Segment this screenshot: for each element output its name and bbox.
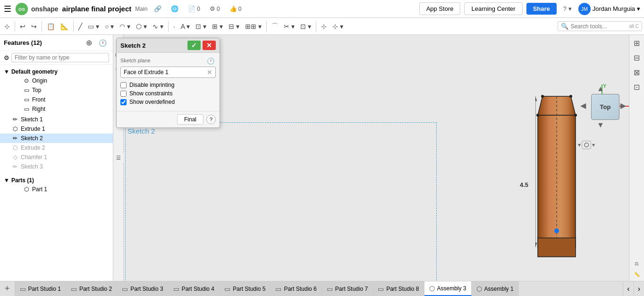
toolbar-separator-4 (168, 21, 169, 32)
add-tab-button[interactable]: + (0, 281, 15, 296)
like-counter-button[interactable]: 👍0 (227, 4, 245, 13)
fillet-tool-button[interactable]: ⌒ (269, 21, 280, 32)
convert-tool-button[interactable]: ⊡ ▾ (298, 21, 314, 32)
rt-button-3[interactable]: ⊠ (632, 66, 642, 79)
sketch3-item[interactable]: ✏ Sketch 3 (0, 162, 113, 171)
tab-assembly-3[interactable]: ⬡ Assembly 3 (424, 281, 472, 296)
rt-measure-button[interactable]: 📏 (632, 270, 642, 279)
top-plane-item[interactable]: ▭ Top (11, 85, 109, 95)
sketch-confirm-button[interactable]: ✓ (187, 41, 201, 50)
nav-shading-dropdown-button[interactable]: ▾ (592, 142, 595, 148)
disable-imprinting-checkbox[interactable] (120, 82, 127, 88)
share-button[interactable]: Share (526, 3, 557, 15)
circle-tool-button[interactable]: ○ ▾ (102, 21, 116, 32)
rt-button-1[interactable]: ⊞ (632, 37, 642, 50)
tab-part-studio-1[interactable]: ▭ Part Studio 1 (15, 281, 66, 296)
sketch-close-button[interactable]: ✕ (203, 41, 216, 50)
polygon-tool-button[interactable]: ⬡ ▾ (134, 21, 149, 32)
offset-tool-button[interactable]: ⊡ ▾ (193, 21, 209, 32)
measure-button[interactable]: 📐 (58, 21, 71, 32)
add-feature-button[interactable]: ⊕ (84, 37, 94, 49)
sketch2-item[interactable]: ✏ Sketch 2 (0, 134, 113, 143)
tab-part-studio-4[interactable]: ▭ Part Studio 4 (169, 281, 220, 296)
top-label: Top (32, 87, 41, 93)
filter-input[interactable] (11, 53, 109, 62)
doc-counter-button[interactable]: 📄0 (185, 4, 203, 13)
tab-part-studio-2[interactable]: ▭ Part Studio 2 (66, 281, 117, 296)
trim-tool-button[interactable]: ✂ ▾ (281, 21, 297, 32)
part-icon: ⬡ (23, 186, 30, 193)
learning-center-button[interactable]: Learning Center (464, 2, 522, 15)
chamfer1-item[interactable]: ◇ Chamfer 1 (0, 152, 113, 162)
parts-header[interactable]: ▼ Parts (1) (4, 176, 109, 185)
feature-history-button[interactable]: 🕐 (96, 38, 109, 48)
doc-count: 0 (197, 6, 200, 12)
line-tool-button[interactable]: ╱ (76, 21, 85, 32)
constraint-tool-button[interactable]: ⊹ (319, 21, 329, 32)
undo-button[interactable]: ↩ (17, 21, 28, 32)
transform-tool-button[interactable]: ⊞ ▾ (210, 21, 225, 32)
tab-part-studio-8[interactable]: ▭ Part Studio 8 (373, 281, 424, 296)
tab-prev-button[interactable]: ‹ (623, 281, 633, 296)
rt-units-button[interactable]: ⚖ (633, 259, 641, 268)
show-constraints-checkbox[interactable] (120, 91, 127, 97)
default-geometry-header[interactable]: ▼ Default geometry (4, 68, 109, 76)
tab-next-button[interactable]: › (634, 281, 644, 296)
right-panel-strip: ⊞ ⊟ ⊠ ⊡ ⚖ 📏 (629, 35, 644, 281)
user-menu[interactable]: JM Jordan Murguia ▾ (578, 3, 640, 15)
globe-button[interactable]: 🌐 (168, 4, 181, 13)
toolbar-separator-1 (15, 21, 15, 32)
nav-view-dropdown-button[interactable]: ▾ (578, 142, 581, 148)
pattern-tool-button[interactable]: ⊟ ▾ (226, 21, 242, 32)
toolbar-separator-5 (266, 21, 267, 32)
curve-tool-button[interactable]: ∿ ▾ (150, 21, 166, 32)
tab-part-studio-6[interactable]: ▭ Part Studio 6 (271, 281, 322, 296)
help-button[interactable]: ? ▾ (560, 4, 575, 13)
select-tool-button[interactable]: ⊹ (2, 21, 12, 32)
final-button[interactable]: Final (177, 114, 203, 125)
sketch-body: Sketch plane 🕐 Face of Extrude 1 ✕ Disab… (117, 53, 220, 111)
mirror-tool-button[interactable]: ⊞⊞ ▾ (243, 21, 264, 32)
front-plane-item[interactable]: ▭ Front (11, 95, 109, 104)
rt-button-2[interactable]: ⊟ (632, 51, 642, 64)
tab-assembly-1[interactable]: ⬡ Assembly 1 (472, 281, 519, 296)
nav-shading-button[interactable]: ⬡ (582, 141, 591, 149)
sketch-plane-clear-button[interactable]: ✕ (207, 68, 212, 76)
extrude2-item[interactable]: ⬡ Extrude 2 (0, 143, 113, 152)
tab-part-studio-5[interactable]: ▭ Part Studio 5 (220, 281, 271, 296)
text-tool-button[interactable]: A ▾ (178, 21, 192, 32)
nav-cube-right-button[interactable]: ▶ (620, 101, 626, 110)
history-button[interactable]: 📋 (44, 21, 57, 32)
tab-label-2: Part Studio 2 (79, 286, 112, 292)
right-plane-item[interactable]: ▭ Right (11, 104, 109, 114)
part-counter-button[interactable]: ⚙0 (207, 4, 223, 13)
hamburger-icon[interactable]: ☰ (4, 4, 11, 14)
sketch-clock-button[interactable]: 🕐 (206, 57, 216, 66)
dimension-tool-button[interactable]: ⊹ ▾ (330, 21, 346, 32)
point-tool-button[interactable]: · (171, 21, 178, 32)
show-overdefined-checkbox[interactable] (120, 99, 127, 105)
nav-cube-left-button[interactable]: ◀ (580, 101, 586, 110)
rect-tool-button[interactable]: ▭ ▾ (85, 21, 102, 32)
extrude1-label: Extrude 1 (21, 126, 45, 132)
toolbar-separator-2 (42, 21, 42, 32)
svg-marker-12 (535, 96, 537, 101)
redo-button[interactable]: ↪ (29, 21, 39, 32)
extrude1-item[interactable]: ⬡ Extrude 1 (0, 124, 113, 134)
tab-part-studio-3[interactable]: ▭ Part Studio 3 (117, 281, 168, 296)
tab-part-studio-7[interactable]: ▭ Part Studio 7 (322, 281, 373, 296)
link-button[interactable]: 🔗 (151, 4, 164, 13)
sketch1-item[interactable]: ✏ Sketch 1 (0, 115, 113, 124)
part-count: 0 (217, 6, 220, 12)
nav-cube-up-button[interactable]: ▲ (597, 85, 604, 93)
arc-tool-button[interactable]: ◠ ▾ (117, 21, 133, 32)
lp-menu-button[interactable]: ☰ (114, 153, 123, 163)
part1-item[interactable]: ⬡ Part 1 (11, 185, 109, 194)
search-input[interactable] (570, 23, 627, 30)
app-store-button[interactable]: App Store (419, 2, 461, 15)
sketch-help-button[interactable]: ? (206, 115, 216, 124)
rt-button-4[interactable]: ⊡ (632, 81, 642, 93)
nav-cube-down-button[interactable]: ▼ (597, 121, 604, 129)
origin-item[interactable]: ⊙ Origin (11, 76, 109, 85)
parts-items: ⬡ Part 1 (4, 185, 109, 194)
